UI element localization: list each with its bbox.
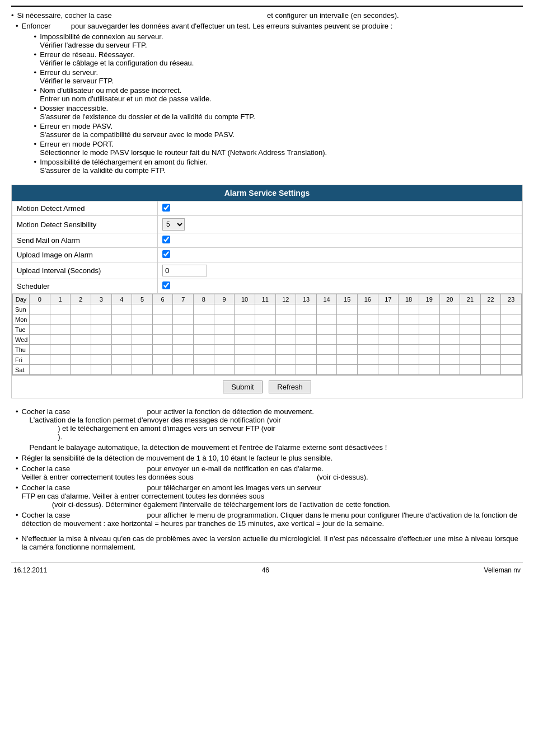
scheduler-cell-tue-11[interactable] (255, 325, 275, 335)
scheduler-cell-thu-15[interactable] (337, 345, 358, 355)
scheduler-cell-sat-4[interactable] (111, 365, 132, 375)
scheduler-cell-thu-13[interactable] (296, 345, 317, 355)
scheduler-cell-sun-15[interactable] (337, 304, 358, 314)
scheduler-cell-fri-9[interactable] (214, 355, 235, 365)
scheduler-cell-fri-20[interactable] (439, 355, 460, 365)
scheduler-cell-sat-21[interactable] (460, 365, 481, 375)
scheduler-cell-sun-21[interactable] (460, 304, 481, 314)
scheduler-cell-fri-11[interactable] (255, 355, 275, 365)
scheduler-cell-fri-8[interactable] (194, 355, 214, 365)
scheduler-cell-tue-0[interactable] (30, 325, 50, 335)
scheduler-cell-mon-15[interactable] (337, 314, 358, 325)
scheduler-cell-mon-6[interactable] (152, 314, 173, 325)
scheduler-cell-wed-8[interactable] (194, 335, 214, 345)
scheduler-cell-sun-18[interactable] (399, 304, 419, 314)
scheduler-cell-wed-23[interactable] (501, 335, 522, 345)
scheduler-cell-fri-4[interactable] (111, 355, 132, 365)
scheduler-cell-sat-5[interactable] (132, 365, 153, 375)
scheduler-cell-thu-21[interactable] (460, 345, 481, 355)
scheduler-cell-mon-10[interactable] (235, 314, 255, 325)
scheduler-cell-sat-2[interactable] (71, 365, 91, 375)
scheduler-cell-sun-14[interactable] (316, 304, 337, 314)
scheduler-cell-tue-7[interactable] (173, 325, 194, 335)
scheduler-cell-sun-10[interactable] (235, 304, 255, 314)
scheduler-cell-tue-9[interactable] (214, 325, 235, 335)
scheduler-cell-sat-20[interactable] (439, 365, 460, 375)
scheduler-cell-sat-19[interactable] (419, 365, 439, 375)
scheduler-cell-sun-3[interactable] (91, 304, 111, 314)
scheduler-cell-sun-20[interactable] (439, 304, 460, 314)
scheduler-cell-tue-19[interactable] (419, 325, 439, 335)
scheduler-cell-tue-3[interactable] (91, 325, 111, 335)
scheduler-cell-wed-12[interactable] (275, 335, 296, 345)
scheduler-cell-fri-17[interactable] (378, 355, 399, 365)
scheduler-cell-sun-11[interactable] (255, 304, 275, 314)
scheduler-cell-wed-17[interactable] (378, 335, 399, 345)
motion-detect-armed-checkbox[interactable] (162, 204, 170, 212)
scheduler-cell-wed-21[interactable] (460, 335, 481, 345)
scheduler-cell-sat-8[interactable] (194, 365, 214, 375)
scheduler-cell-mon-19[interactable] (419, 314, 439, 325)
scheduler-cell-sun-16[interactable] (358, 304, 378, 314)
scheduler-cell-mon-0[interactable] (30, 314, 50, 325)
scheduler-cell-mon-16[interactable] (358, 314, 378, 325)
scheduler-cell-wed-3[interactable] (91, 335, 111, 345)
scheduler-cell-tue-10[interactable] (235, 325, 255, 335)
scheduler-cell-sun-19[interactable] (419, 304, 439, 314)
submit-button[interactable]: Submit (223, 381, 262, 393)
scheduler-cell-fri-15[interactable] (337, 355, 358, 365)
scheduler-cell-fri-12[interactable] (275, 355, 296, 365)
scheduler-cell-mon-8[interactable] (194, 314, 214, 325)
scheduler-cell-sat-9[interactable] (214, 365, 235, 375)
scheduler-cell-fri-3[interactable] (91, 355, 111, 365)
scheduler-cell-thu-12[interactable] (275, 345, 296, 355)
scheduler-cell-tue-18[interactable] (399, 325, 419, 335)
scheduler-cell-sat-14[interactable] (316, 365, 337, 375)
scheduler-cell-thu-10[interactable] (235, 345, 255, 355)
scheduler-cell-wed-15[interactable] (337, 335, 358, 345)
scheduler-cell-wed-11[interactable] (255, 335, 275, 345)
scheduler-cell-fri-10[interactable] (235, 355, 255, 365)
scheduler-cell-mon-20[interactable] (439, 314, 460, 325)
scheduler-cell-wed-13[interactable] (296, 335, 317, 345)
scheduler-cell-thu-5[interactable] (132, 345, 153, 355)
scheduler-cell-sun-9[interactable] (214, 304, 235, 314)
scheduler-cell-thu-7[interactable] (173, 345, 194, 355)
scheduler-cell-fri-22[interactable] (480, 355, 501, 365)
scheduler-cell-mon-18[interactable] (399, 314, 419, 325)
scheduler-cell-mon-21[interactable] (460, 314, 481, 325)
scheduler-cell-tue-21[interactable] (460, 325, 481, 335)
scheduler-cell-sat-11[interactable] (255, 365, 275, 375)
scheduler-cell-tue-13[interactable] (296, 325, 317, 335)
scheduler-cell-sun-22[interactable] (480, 304, 501, 314)
scheduler-cell-sun-4[interactable] (111, 304, 132, 314)
scheduler-cell-wed-19[interactable] (419, 335, 439, 345)
scheduler-cell-sat-16[interactable] (358, 365, 378, 375)
scheduler-cell-wed-9[interactable] (214, 335, 235, 345)
scheduler-cell-mon-22[interactable] (480, 314, 501, 325)
scheduler-cell-fri-0[interactable] (30, 355, 50, 365)
scheduler-cell-fri-14[interactable] (316, 355, 337, 365)
scheduler-cell-mon-13[interactable] (296, 314, 317, 325)
scheduler-cell-sun-2[interactable] (71, 304, 91, 314)
scheduler-cell-tue-23[interactable] (501, 325, 522, 335)
scheduler-cell-tue-16[interactable] (358, 325, 378, 335)
scheduler-cell-sun-7[interactable] (173, 304, 194, 314)
scheduler-cell-sat-1[interactable] (50, 365, 71, 375)
scheduler-cell-tue-1[interactable] (50, 325, 71, 335)
scheduler-cell-mon-3[interactable] (91, 314, 111, 325)
scheduler-cell-sat-22[interactable] (480, 365, 501, 375)
scheduler-cell-mon-5[interactable] (132, 314, 153, 325)
scheduler-cell-wed-6[interactable] (152, 335, 173, 345)
scheduler-cell-tue-6[interactable] (152, 325, 173, 335)
scheduler-cell-thu-17[interactable] (378, 345, 399, 355)
scheduler-cell-fri-18[interactable] (399, 355, 419, 365)
scheduler-cell-tue-15[interactable] (337, 325, 358, 335)
scheduler-cell-thu-11[interactable] (255, 345, 275, 355)
scheduler-cell-sun-8[interactable] (194, 304, 214, 314)
scheduler-cell-thu-9[interactable] (214, 345, 235, 355)
scheduler-cell-wed-16[interactable] (358, 335, 378, 345)
scheduler-cell-tue-8[interactable] (194, 325, 214, 335)
scheduler-cell-mon-14[interactable] (316, 314, 337, 325)
scheduler-cell-fri-23[interactable] (501, 355, 522, 365)
